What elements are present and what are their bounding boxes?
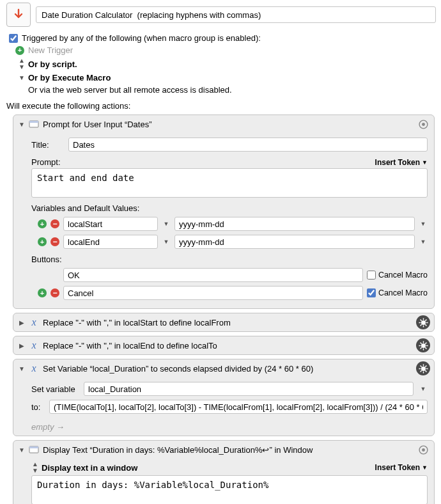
- add-button-icon[interactable]: +: [38, 288, 47, 297]
- chevron-down-icon[interactable]: ▼: [419, 235, 428, 249]
- gear-icon[interactable]: [416, 315, 430, 329]
- empty-result-label: empty: [13, 420, 434, 434]
- add-variable-icon[interactable]: +: [38, 219, 47, 228]
- svg-point-13: [421, 343, 425, 347]
- action-replace-1: ▶ x Replace "-" with "," in localStart t…: [13, 313, 435, 332]
- gear-icon[interactable]: [416, 443, 430, 457]
- variable-x-icon: x: [29, 317, 39, 327]
- to-label: to:: [31, 402, 44, 412]
- action-title: Replace "-" with "," in localStart to de…: [43, 318, 231, 327]
- set-variable-label: Set variable: [31, 384, 79, 394]
- svg-line-11: [425, 319, 426, 320]
- cancel-macro-checkbox[interactable]: [367, 288, 376, 297]
- button-label-input[interactable]: [63, 268, 363, 282]
- or-execute-macro-label: Or by Execute Macro: [28, 73, 111, 83]
- chevron-down-icon: ▼: [422, 159, 428, 166]
- or-script-label: Or by script.: [28, 59, 77, 69]
- remove-variable-icon[interactable]: −: [50, 237, 59, 246]
- updown-icon[interactable]: ▲▼: [18, 58, 26, 70]
- chevron-down-icon: ▼: [422, 464, 428, 471]
- svg-point-4: [421, 320, 425, 324]
- svg-point-3: [422, 123, 425, 126]
- svg-line-30: [420, 370, 421, 372]
- action-display-text: ▼ Display Text “Duration in days: %Varia…: [13, 440, 435, 504]
- display-text-textarea[interactable]: [31, 475, 428, 504]
- svg-line-12: [420, 324, 421, 326]
- insert-token-button[interactable]: Insert Token ▼: [375, 158, 428, 167]
- remove-variable-icon[interactable]: −: [50, 219, 59, 228]
- svg-line-28: [425, 370, 426, 372]
- chevron-down-icon[interactable]: ▼: [419, 217, 428, 231]
- svg-point-34: [422, 448, 425, 452]
- expression-input[interactable]: [49, 400, 428, 414]
- add-variable-icon[interactable]: +: [38, 237, 47, 246]
- prompt-textarea[interactable]: [31, 168, 428, 198]
- button-row: + − Cancel Macro: [31, 284, 428, 302]
- variable-name-input[interactable]: [63, 217, 158, 231]
- action-title: Display Text “Duration in days: %Variabl…: [43, 445, 313, 455]
- display-mode-label: Display text in a window: [42, 463, 137, 473]
- variable-x-icon: x: [29, 340, 39, 350]
- disclosure-expanded-icon[interactable]: ▼: [19, 446, 25, 453]
- chevron-down-icon[interactable]: ▼: [18, 75, 26, 81]
- gear-icon[interactable]: [416, 361, 430, 375]
- button-row: Cancel Macro: [31, 266, 428, 284]
- svg-point-22: [421, 366, 425, 370]
- variable-row: + − ▼ ▼: [31, 215, 428, 233]
- triggers-enabled-checkbox[interactable]: [9, 34, 18, 43]
- macro-title-input[interactable]: [36, 6, 436, 23]
- buttons-label: Buttons:: [31, 251, 428, 266]
- title-field-label: Title:: [31, 140, 63, 150]
- variable-x-icon: x: [29, 363, 39, 374]
- disclosure-expanded-icon[interactable]: ▼: [19, 121, 25, 128]
- svg-line-27: [420, 365, 421, 366]
- svg-line-29: [425, 365, 426, 366]
- gear-icon[interactable]: [416, 117, 430, 131]
- action-prompt-user-input: ▼ Prompt for User Input “Dates” Title: P…: [13, 114, 435, 309]
- remove-button-icon[interactable]: −: [50, 288, 59, 297]
- display-mode-selector[interactable]: ▲▼ Display text in a window: [31, 461, 137, 474]
- disclosure-expanded-icon[interactable]: ▼: [19, 365, 25, 372]
- action-replace-2: ▶ x Replace "-" with "," in localEnd to …: [13, 336, 435, 355]
- variable-default-input[interactable]: [174, 217, 415, 231]
- insert-token-button[interactable]: Insert Token ▼: [375, 463, 428, 472]
- cancel-macro-checkbox[interactable]: [367, 271, 376, 280]
- button-label-input[interactable]: [63, 286, 363, 300]
- disclosure-collapsed-icon[interactable]: ▶: [19, 319, 25, 326]
- will-execute-label: Will execute the following actions:: [0, 98, 441, 114]
- action-set-variable: ▼ x Set Variable “local_Duration” to sec…: [13, 359, 435, 436]
- variables-label: Variables and Default Values:: [31, 200, 428, 215]
- cancel-macro-option[interactable]: Cancel Macro: [367, 288, 428, 297]
- svg-line-21: [420, 347, 421, 349]
- or-web-label: Or via the web server but all remote acc…: [28, 85, 232, 95]
- chevron-down-icon[interactable]: ▼: [162, 235, 171, 249]
- svg-line-10: [425, 324, 426, 326]
- action-title: Replace "-" with "," in localEnd to defi…: [43, 341, 217, 350]
- variable-default-input[interactable]: [174, 235, 415, 249]
- svg-line-9: [420, 319, 421, 320]
- triggers-label: Triggered by any of the following (when …: [22, 33, 261, 43]
- action-title: Prompt for User Input “Dates”: [43, 120, 152, 129]
- new-trigger-button[interactable]: New Trigger: [28, 45, 73, 55]
- updown-icon: ▲▼: [31, 461, 39, 474]
- chevron-down-icon[interactable]: ▼: [162, 217, 171, 231]
- variable-name-input[interactable]: [63, 235, 158, 249]
- cancel-macro-option[interactable]: Cancel Macro: [367, 271, 428, 280]
- dialog-icon: [29, 445, 39, 455]
- dialog-icon: [29, 119, 39, 129]
- disclosure-collapsed-icon[interactable]: ▶: [19, 342, 25, 349]
- svg-line-20: [425, 342, 426, 343]
- add-trigger-icon[interactable]: +: [15, 46, 24, 55]
- gear-icon[interactable]: [416, 338, 430, 352]
- prompt-field-label: Prompt:: [31, 157, 61, 167]
- variable-row: + − ▼ ▼: [31, 233, 428, 251]
- svg-line-18: [420, 342, 421, 343]
- chevron-down-icon[interactable]: ▼: [419, 382, 428, 396]
- title-field-input[interactable]: [68, 138, 428, 152]
- set-variable-name-input[interactable]: [84, 382, 414, 396]
- svg-rect-32: [29, 446, 38, 448]
- macro-icon: [6, 3, 31, 27]
- action-title: Set Variable “local_Duration” to seconds…: [43, 364, 313, 374]
- svg-rect-1: [29, 121, 38, 123]
- svg-line-19: [425, 347, 426, 349]
